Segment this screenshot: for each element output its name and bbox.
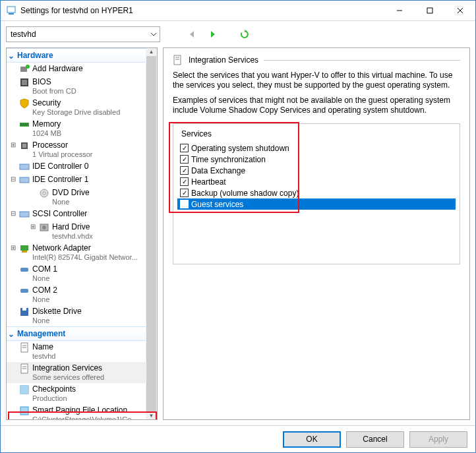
hw-item-7[interactable]: DVD DriveNone bbox=[7, 187, 157, 208]
tree-expander[interactable]: ⊞ bbox=[29, 222, 36, 231]
service-checkbox[interactable]: ✓ bbox=[180, 189, 189, 197]
tree-expander[interactable] bbox=[9, 307, 16, 316]
tree-item-sub: 1024 MB bbox=[32, 129, 61, 138]
tree-expander[interactable] bbox=[9, 98, 16, 107]
mgmt-item-0[interactable]: Nametestvhd bbox=[7, 341, 157, 362]
service-row-3[interactable]: ✓Heartbeat bbox=[177, 176, 456, 187]
svg-marker-7 bbox=[211, 31, 215, 38]
tree-expander[interactable]: ⊞ bbox=[9, 243, 16, 253]
mgmt-item-2[interactable]: CheckpointsProduction bbox=[7, 383, 157, 404]
tree-expander[interactable]: ⊞ bbox=[9, 140, 16, 150]
ok-button[interactable]: OK bbox=[283, 431, 341, 448]
service-checkbox[interactable] bbox=[180, 200, 189, 208]
hw-item-13[interactable]: Diskette DriveNone bbox=[7, 305, 157, 326]
svg-rect-41 bbox=[20, 407, 28, 415]
tree-expander[interactable] bbox=[9, 264, 16, 274]
tree-item-sub: Intel(R) 82574L Gigabit Networ... bbox=[32, 253, 138, 262]
memory-icon bbox=[19, 119, 30, 130]
cancel-button[interactable]: Cancel bbox=[346, 431, 404, 448]
maximize-button[interactable] bbox=[415, 1, 445, 20]
tree-expander[interactable] bbox=[9, 119, 16, 129]
service-checkbox[interactable]: ✓ bbox=[180, 177, 189, 186]
paging-icon bbox=[19, 406, 30, 416]
settings-window: Settings for testvhd on HYPER1 testvhd ⌃… bbox=[0, 0, 476, 453]
tree-expander[interactable] bbox=[9, 342, 16, 351]
hw-item-4[interactable]: ⊞Processor1 Virtual processor bbox=[7, 139, 157, 160]
tree-expander[interactable]: ⊟ bbox=[9, 175, 16, 184]
prev-button[interactable] bbox=[184, 26, 200, 42]
hw-item-11[interactable]: COM 1None bbox=[7, 263, 157, 284]
chevron-up-icon: ⌃ bbox=[8, 329, 15, 338]
services-list: ✓Operating system shutdown✓Time synchron… bbox=[177, 141, 456, 211]
tree-expander[interactable] bbox=[9, 286, 16, 295]
vm-selector-value: testvhd bbox=[11, 30, 36, 39]
tree-item-sub: C:\ClusterStorage\Volume1\Co... bbox=[32, 415, 138, 419]
tree-expander[interactable] bbox=[29, 188, 36, 197]
services-fieldset: Services ✓Operating system shutdown✓Time… bbox=[173, 123, 460, 264]
tree-expander[interactable] bbox=[9, 406, 16, 415]
hw-item-9[interactable]: ⊞Hard Drivetestvhd.vhdx bbox=[7, 221, 157, 242]
dvd-icon bbox=[39, 188, 49, 198]
scroll-up-icon[interactable]: ▲ bbox=[146, 48, 157, 56]
tree-item-label: Checkpoints bbox=[32, 384, 76, 394]
tree-expander[interactable] bbox=[9, 162, 16, 171]
refresh-button[interactable] bbox=[237, 26, 253, 42]
tree-item-label: COM 2 bbox=[32, 286, 57, 295]
com-icon bbox=[19, 264, 30, 275]
chevron-down-icon bbox=[150, 31, 157, 38]
processor-icon bbox=[19, 140, 30, 151]
tree-expander[interactable] bbox=[9, 64, 16, 73]
service-row-1[interactable]: ✓Time synchronization bbox=[177, 154, 456, 165]
hw-item-2[interactable]: SecurityKey Storage Drive disabled bbox=[7, 97, 157, 118]
vm-selector[interactable]: testvhd bbox=[6, 26, 160, 42]
svg-rect-29 bbox=[20, 268, 28, 272]
hw-item-5[interactable]: IDE Controller 0 bbox=[7, 160, 157, 173]
service-checkbox[interactable]: ✓ bbox=[180, 155, 189, 164]
service-row-5[interactable]: Guest services bbox=[177, 198, 456, 210]
tree-item-sub: Key Storage Drive disabled bbox=[32, 107, 120, 117]
mgmt-item-1[interactable]: Integration ServicesSome services offere… bbox=[7, 362, 157, 383]
page-desc-1: Select the services that you want Hyper-… bbox=[173, 71, 460, 90]
page-icon bbox=[19, 363, 30, 374]
hw-item-10[interactable]: ⊞Network AdapterIntel(R) 82574L Gigabit … bbox=[7, 242, 157, 263]
service-label: Guest services bbox=[191, 200, 243, 209]
tree-expander[interactable] bbox=[9, 77, 16, 86]
tree-item-label: Smart Paging File Location bbox=[32, 406, 138, 415]
services-legend: Services bbox=[179, 129, 214, 138]
management-section-header[interactable]: ⌃Management bbox=[7, 326, 157, 341]
ide-icon bbox=[19, 162, 30, 172]
service-row-2[interactable]: ✓Data Exchange bbox=[177, 165, 456, 176]
tree-item-label: Memory bbox=[32, 119, 61, 129]
apply-button[interactable]: Apply bbox=[409, 431, 467, 448]
svg-rect-15 bbox=[22, 123, 24, 126]
svg-rect-17 bbox=[26, 123, 28, 126]
next-button[interactable] bbox=[205, 26, 221, 42]
hw-item-0[interactable]: Add Hardware bbox=[7, 63, 157, 76]
scroll-thumb[interactable] bbox=[146, 56, 156, 412]
svg-rect-19 bbox=[22, 144, 26, 148]
service-checkbox[interactable]: ✓ bbox=[180, 166, 189, 175]
tree-item-label: Hard Drive bbox=[52, 222, 93, 231]
minimize-button[interactable] bbox=[384, 1, 415, 20]
svg-rect-14 bbox=[20, 123, 22, 126]
tree-scrollbar[interactable]: ▲ ▼ bbox=[146, 48, 157, 419]
tree-item-label: IDE Controller 0 bbox=[32, 162, 88, 171]
bios-icon bbox=[19, 77, 30, 88]
hw-item-8[interactable]: ⊟SCSI Controller bbox=[7, 208, 157, 221]
mgmt-item-3[interactable]: Smart Paging File LocationC:\ClusterStor… bbox=[7, 404, 157, 419]
scroll-down-icon[interactable]: ▼ bbox=[146, 412, 157, 420]
svg-rect-12 bbox=[22, 80, 27, 85]
hw-item-12[interactable]: COM 2None bbox=[7, 284, 157, 305]
close-button[interactable] bbox=[445, 1, 475, 20]
hw-item-1[interactable]: BIOSBoot from CD bbox=[7, 76, 157, 97]
service-row-0[interactable]: ✓Operating system shutdown bbox=[177, 142, 456, 154]
hw-item-3[interactable]: Memory1024 MB bbox=[7, 118, 157, 139]
tree-expander[interactable]: ⊟ bbox=[9, 209, 16, 218]
service-checkbox[interactable]: ✓ bbox=[180, 144, 189, 152]
hardware-section-header[interactable]: ⌃Hardware bbox=[7, 48, 157, 63]
service-row-4[interactable]: ✓Backup (volume shadow copy) bbox=[177, 187, 456, 198]
tree-expander[interactable] bbox=[9, 363, 16, 373]
tree-item-sub: None bbox=[52, 197, 90, 206]
tree-expander[interactable] bbox=[9, 384, 16, 394]
hw-item-6[interactable]: ⊟IDE Controller 1 bbox=[7, 173, 157, 187]
